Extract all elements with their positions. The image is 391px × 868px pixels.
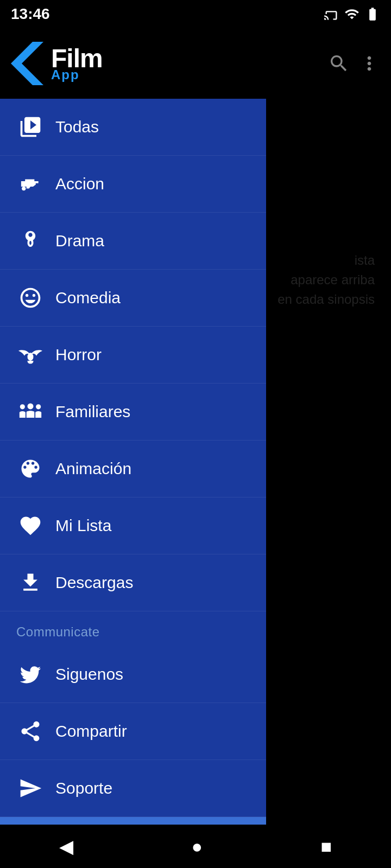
status-bar: 13:46 [0,0,391,28]
navigation-drawer: Todas Accion Drama Comedia [0,99,266,868]
menu-item-todas[interactable]: Todas [0,99,266,156]
twitter-icon [16,660,45,688]
menu-item-siguenos[interactable]: Siguenos [0,646,266,703]
logo-app-text: App [51,68,103,81]
compartir-label: Compartir [55,722,127,741]
home-button[interactable]: ● [169,827,224,866]
search-icon[interactable] [328,53,350,74]
bat-icon [16,341,45,369]
todas-label: Todas [55,118,99,136]
smile-icon [16,284,45,312]
svg-point-4 [28,403,34,409]
cast-icon [324,7,339,22]
app-bar-actions [328,53,380,74]
animacion-label: Animación [55,459,131,478]
svg-point-5 [36,404,41,409]
menu-item-animacion[interactable]: Animación [0,441,266,497]
menu-item-drama[interactable]: Drama [0,213,266,270]
menu-item-horror[interactable]: Horror [0,327,266,384]
menu-item-accion[interactable]: Accion [0,156,266,213]
accion-label: Accion [55,175,104,193]
logo-chevron-icon [11,39,49,88]
menu-item-familiares[interactable]: Familiares [0,384,266,441]
film-icon [16,113,45,141]
menu-item-soporte[interactable]: Soporte [0,760,266,817]
back-button[interactable]: ◀ [37,827,95,866]
gun-icon [16,170,45,198]
send-icon [16,774,45,802]
recents-button[interactable]: ■ [299,827,354,866]
communicate-section-header: Communicate [0,611,266,646]
mi-lista-label: Mi Lista [55,516,111,535]
more-options-icon[interactable] [358,53,380,74]
wifi-icon [344,7,360,22]
app-bar: Film App [0,28,391,99]
comedia-label: Comedia [55,289,121,307]
svg-point-1 [22,187,26,190]
family-icon [16,398,45,426]
descargas-label: Descargas [55,573,133,592]
logo: Film App [11,39,103,88]
horror-label: Horror [55,346,102,364]
share-icon [16,717,45,745]
menu-item-descargas[interactable]: Descargas [0,554,266,611]
heart-icon [16,512,45,540]
battery-icon [365,7,380,22]
menu-item-compartir[interactable]: Compartir [0,703,266,760]
status-time: 13:46 [11,5,50,23]
bottom-navigation: ◀ ● ■ [0,825,391,868]
palette-icon [16,455,45,483]
svg-marker-0 [11,42,43,85]
menu-item-mi-lista[interactable]: Mi Lista [0,497,266,554]
drama-icon [16,227,45,255]
soporte-label: Soporte [55,779,112,797]
status-icons [324,7,380,22]
svg-point-3 [20,404,25,409]
logo-text: Film App [51,46,103,81]
familiares-label: Familiares [55,403,130,421]
menu-item-comedia[interactable]: Comedia [0,270,266,327]
drama-label: Drama [55,232,104,250]
siguenos-label: Siguenos [55,665,123,684]
download-icon [16,569,45,597]
svg-point-2 [28,353,34,361]
